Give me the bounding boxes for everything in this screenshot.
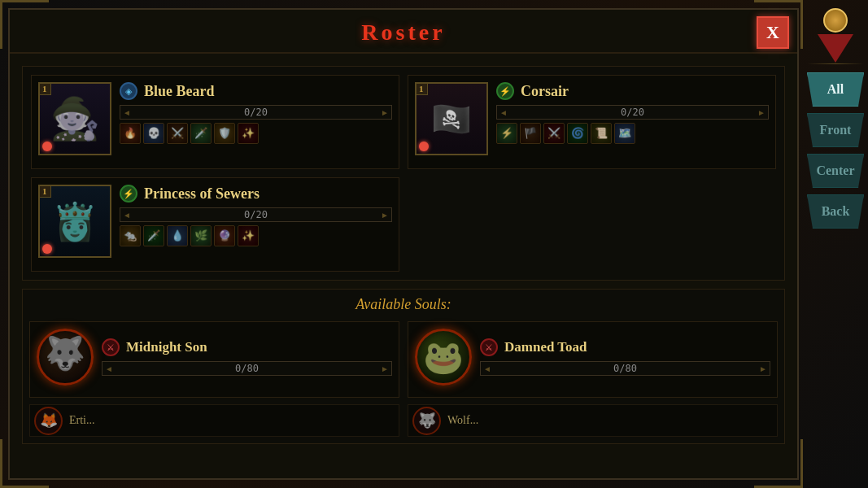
soul-portrait-midnight-son — [37, 329, 94, 386]
emblem-triangle — [818, 34, 853, 63]
hero-slots-bluebeard: 0/20 — [120, 105, 392, 120]
hero-info-corsair: ⚡ Corsair 0/20 ⚡ 🏴 ⚔️ 🌀 — [496, 82, 769, 144]
hero-class-icon-princess: ⚡ — [120, 185, 137, 203]
main-panel: Roster X 1 ◈ Blue Beard — [8, 8, 799, 480]
hero-abilities-princess: 🐀 🗡️ 💧 🌿 🔮 ✨ — [120, 225, 392, 246]
soul-info-midnight-son: ⚔ Midnight Son 0/80 — [102, 338, 392, 376]
filter-button-front[interactable]: Front — [807, 113, 864, 147]
title-bar: Roster X — [10, 10, 797, 54]
partial-soul-card-1[interactable]: 🦊 Erti... — [29, 404, 399, 437]
soul-class-icon-midnight: ⚔ — [102, 338, 120, 356]
hero-name-bluebeard: Blue Beard — [144, 83, 215, 100]
hero-abilities-corsair: ⚡ 🏴 ⚔️ 🌀 📜 🗺️ — [496, 123, 769, 144]
souls-partial-row: 🦊 Erti... 🐺 Wolf... — [29, 404, 778, 437]
hero-portrait-corsair: 1 — [415, 82, 488, 155]
souls-section-title: Available Souls: — [29, 296, 778, 313]
soul-slot-bar-toad[interactable]: 0/80 — [480, 361, 770, 376]
roster-grid: 1 ◈ Blue Beard 0/20 — [22, 66, 785, 281]
empty-hero-slot — [408, 177, 776, 272]
soul-name-midnight: Midnight Son — [126, 339, 207, 355]
hero-level-princess: 1 — [38, 185, 51, 198]
ability-1-corsair[interactable]: ⚡ — [496, 123, 517, 144]
soul-class-icon-toad: ⚔ — [480, 338, 498, 356]
ability-1-bluebeard[interactable]: 🔥 — [120, 123, 141, 144]
ability-4-bluebeard[interactable]: 🗡️ — [190, 123, 212, 144]
right-sidebar: All Front Center Back — [803, 8, 868, 480]
ability-5-princess[interactable]: 🔮 — [214, 225, 235, 246]
hero-name-princess: Princess of Sewers — [144, 185, 260, 203]
partial-name-2: Wolf... — [447, 414, 478, 427]
ability-2-princess[interactable]: 🗡️ — [143, 225, 164, 246]
corner-decoration-bl — [0, 439, 49, 488]
ability-3-bluebeard[interactable]: ⚔️ — [167, 123, 188, 144]
soul-name-toad: Damned Toad — [504, 339, 587, 355]
soul-portrait-art-toad — [417, 331, 469, 383]
souls-section: Available Souls: ⚔ Midnight Son — [22, 289, 785, 444]
slot-bar-bluebeard[interactable]: 0/20 — [120, 105, 392, 120]
partial-portrait-2: 🐺 — [412, 407, 441, 435]
partial-soul-card-2[interactable]: 🐺 Wolf... — [408, 404, 778, 437]
hero-slots-corsair: 0/20 — [496, 105, 769, 120]
hero-class-icon-corsair: ⚡ — [496, 82, 514, 100]
soul-card-damned-toad[interactable]: ⚔ Damned Toad 0/80 — [408, 321, 778, 398]
ability-2-corsair[interactable]: 🏴 — [520, 123, 541, 144]
hero-card-corsair[interactable]: 1 ⚡ Corsair 0/20 — [408, 75, 776, 169]
hero-level-bluebeard: 1 — [38, 82, 51, 95]
hero-info-princess: ⚡ Princess of Sewers 0/20 🐀 🗡️ 💧 — [120, 185, 392, 246]
souls-grid: ⚔ Midnight Son 0/80 — [29, 321, 778, 398]
hero-portrait-princess: 1 — [38, 185, 111, 258]
soul-portrait-art-midnight — [39, 331, 91, 383]
filter-button-center[interactable]: Center — [807, 154, 864, 188]
slot-bar-corsair[interactable]: 0/20 — [496, 105, 769, 120]
hero-level-corsair: 1 — [415, 82, 428, 95]
hero-info-bluebeard: ◈ Blue Beard 0/20 🔥 💀 ⚔️ 🗡️ — [120, 82, 392, 144]
slot-bar-princess[interactable]: 0/20 — [120, 207, 392, 222]
ability-3-princess[interactable]: 💧 — [167, 225, 188, 246]
ability-1-princess[interactable]: 🐀 — [120, 225, 141, 246]
hero-portrait-bluebeard: 1 — [38, 82, 111, 155]
soul-portrait-damned-toad — [415, 329, 472, 386]
filter-button-all[interactable]: All — [807, 72, 864, 107]
soul-slot-bar-midnight[interactable]: 0/80 — [102, 361, 392, 376]
panel-title: Roster — [361, 20, 445, 45]
ability-6-bluebeard[interactable]: ✨ — [238, 123, 259, 144]
content-area: 1 ◈ Blue Beard 0/20 — [10, 54, 797, 456]
filter-button-back[interactable]: Back — [807, 194, 864, 229]
hero-card-princess[interactable]: 1 ⚡ Princess of Sewers 0/20 — [31, 177, 399, 272]
emblem-gem — [823, 8, 848, 33]
hero-abilities-bluebeard: 🔥 💀 ⚔️ 🗡️ 🛡️ ✨ — [120, 123, 392, 144]
ability-3-corsair[interactable]: ⚔️ — [543, 123, 565, 144]
ability-6-corsair[interactable]: 🗺️ — [614, 123, 635, 144]
emblem — [811, 15, 860, 55]
ability-5-corsair[interactable]: 📜 — [591, 123, 612, 144]
hero-status-dot-princess — [42, 244, 52, 254]
hero-class-icon-bluebeard: ◈ — [120, 82, 137, 100]
ability-4-corsair[interactable]: 🌀 — [567, 123, 588, 144]
ability-4-princess[interactable]: 🌿 — [190, 225, 212, 246]
sidebar-divider-top — [807, 63, 864, 64]
ability-6-princess[interactable]: ✨ — [238, 225, 259, 246]
hero-card-bluebeard[interactable]: 1 ◈ Blue Beard 0/20 — [31, 75, 399, 169]
ability-2-bluebeard[interactable]: 💀 — [143, 123, 164, 144]
partial-portrait-1: 🦊 — [34, 407, 63, 435]
hero-status-dot-bluebeard — [42, 142, 52, 151]
soul-card-midnight-son[interactable]: ⚔ Midnight Son 0/80 — [29, 321, 399, 398]
soul-info-damned-toad: ⚔ Damned Toad 0/80 — [480, 338, 770, 376]
soul-slots-midnight: 0/80 — [102, 361, 392, 376]
ability-5-bluebeard[interactable]: 🛡️ — [214, 123, 235, 144]
hero-slots-princess: 0/20 — [120, 207, 392, 222]
partial-name-1: Erti... — [69, 414, 95, 427]
corner-decoration-tl — [0, 0, 49, 49]
corner-decoration-tr — [754, 0, 803, 49]
hero-name-corsair: Corsair — [521, 83, 569, 100]
corner-decoration-br — [754, 439, 803, 488]
hero-status-dot-corsair — [419, 142, 429, 151]
soul-slots-toad: 0/80 — [480, 361, 770, 376]
